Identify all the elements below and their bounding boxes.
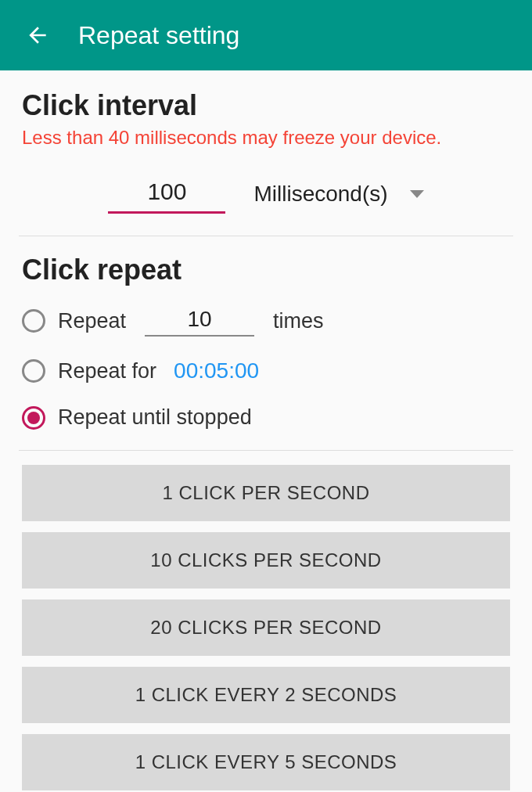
interval-warning-text: Less than 40 milliseconds may freeze you… xyxy=(22,127,510,149)
interval-row: Millisecond(s) xyxy=(22,174,510,214)
interval-section-title: Click interval xyxy=(22,89,510,122)
repeat-section-title: Click repeat xyxy=(22,254,510,286)
repeat-duration-value[interactable]: 00:05:00 xyxy=(174,358,259,383)
interval-unit-dropdown[interactable]: Millisecond(s) xyxy=(253,182,423,207)
arrow-back-icon xyxy=(25,23,50,48)
radio-repeat-until-stopped[interactable] xyxy=(22,406,45,430)
page-title: Repeat setting xyxy=(78,21,239,50)
repeat-times-label-post: times xyxy=(273,309,324,333)
radio-repeat-duration[interactable] xyxy=(22,359,45,383)
repeat-duration-label: Repeat for xyxy=(58,359,156,383)
repeat-until-stopped-label: Repeat until stopped xyxy=(58,405,252,430)
preset-20-clicks-per-second[interactable]: 20 CLICKS PER SECOND xyxy=(22,599,510,656)
preset-1-click-per-second[interactable]: 1 CLICK PER SECOND xyxy=(22,465,510,521)
dropdown-caret-icon xyxy=(410,190,424,198)
preset-1-click-every-5-seconds[interactable]: 1 CLICK EVERY 5 SECONDS xyxy=(22,734,510,790)
appbar: Repeat setting xyxy=(0,0,532,70)
radio-repeat-times[interactable] xyxy=(22,309,45,333)
back-button[interactable] xyxy=(19,16,56,54)
repeat-duration-option[interactable]: Repeat for 00:05:00 xyxy=(22,347,510,394)
repeat-until-stopped-option[interactable]: Repeat until stopped xyxy=(22,394,510,441)
divider xyxy=(19,236,513,236)
interval-unit-label: Millisecond(s) xyxy=(253,182,387,207)
repeat-times-input[interactable] xyxy=(145,305,254,337)
repeat-times-option[interactable]: Repeat times xyxy=(22,294,510,347)
preset-list: 1 CLICK PER SECOND 10 CLICKS PER SECOND … xyxy=(22,465,510,790)
content: Click interval Less than 40 milliseconds… xyxy=(0,70,532,790)
preset-10-clicks-per-second[interactable]: 10 CLICKS PER SECOND xyxy=(22,532,510,589)
divider xyxy=(19,450,513,451)
interval-value-input[interactable] xyxy=(108,174,225,214)
repeat-times-label-pre: Repeat xyxy=(58,309,126,333)
preset-1-click-every-2-seconds[interactable]: 1 CLICK EVERY 2 SECONDS xyxy=(22,667,510,723)
